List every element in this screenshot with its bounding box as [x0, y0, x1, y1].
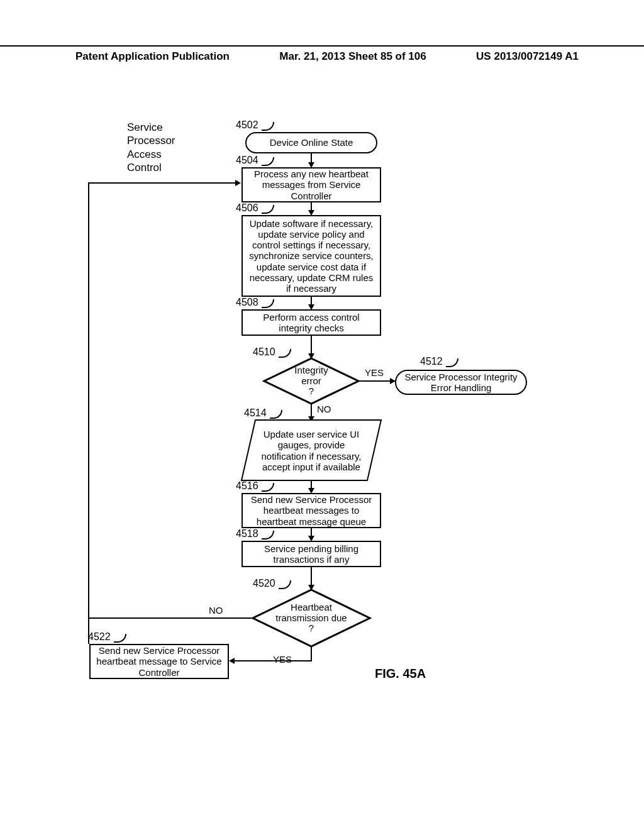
diamond-4510-text: Integrity error ?: [294, 365, 328, 397]
box-4518-text: Service pending billing transactions if …: [247, 543, 376, 565]
label-no-4510: NO: [317, 404, 331, 414]
diamond-4520-text: Heartbeat transmission due ?: [275, 602, 347, 634]
diagram-title: Service Processor Access Control: [127, 121, 175, 174]
terminator-4502-text: Device Online State: [270, 137, 353, 148]
num-4516: 4516: [236, 480, 258, 492]
page-header: Patent Application Publication Mar. 21, …: [0, 45, 644, 63]
terminator-4512: Service Processor Integrity Error Handli…: [395, 370, 527, 395]
hook-4508: [262, 299, 274, 308]
label-no-4520: NO: [209, 605, 223, 616]
parallelogram-4514: Update user service UI gauges, provide n…: [242, 420, 381, 483]
hook-4518: [262, 531, 274, 540]
num-4502: 4502: [236, 119, 258, 131]
num-4518: 4518: [236, 528, 258, 540]
hook-4510: [279, 349, 291, 358]
label-yes-4510: YES: [365, 367, 384, 378]
box-4516: Send new Service Processor heartbeat mes…: [242, 493, 381, 528]
hook-4502: [262, 122, 274, 131]
flowchart-diagram: Service Processor Access Control 4502 De…: [88, 107, 560, 742]
num-4504: 4504: [236, 155, 258, 166]
box-4508-text: Perform access control integrity checks: [247, 312, 376, 334]
header-right: US 2013/0072149 A1: [476, 50, 644, 63]
num-4514: 4514: [244, 407, 267, 419]
num-4510: 4510: [253, 346, 275, 358]
box-4504: Process any new heartbeat messages from …: [242, 167, 381, 202]
box-4508: Perform access control integrity checks: [242, 309, 381, 336]
num-4512: 4512: [420, 356, 443, 367]
hook-4514: [270, 410, 282, 419]
hook-4522: [114, 634, 126, 643]
hook-4504: [262, 157, 274, 166]
parallelogram-4514-text: Update user service UI gauges, provide n…: [258, 429, 365, 472]
num-4508: 4508: [236, 297, 258, 308]
header-left: Patent Application Publication: [0, 50, 230, 63]
figure-label: FIG. 45A: [375, 667, 426, 681]
box-4522-text: Send new Service Processor heartbeat mes…: [94, 645, 224, 678]
num-4522: 4522: [88, 631, 111, 643]
hook-4512: [446, 358, 458, 367]
num-4506: 4506: [236, 202, 258, 214]
label-yes-4520: YES: [273, 654, 292, 665]
box-4522: Send new Service Processor heartbeat mes…: [89, 644, 229, 679]
header-center: Mar. 21, 2013 Sheet 85 of 106: [279, 50, 426, 63]
box-4504-text: Process any new heartbeat messages from …: [247, 169, 376, 201]
hook-4516: [262, 483, 274, 492]
hook-4520: [279, 580, 291, 589]
terminator-4502: Device Online State: [245, 132, 377, 153]
box-4506-text: Update software if necessary, update ser…: [247, 218, 376, 294]
num-4520: 4520: [253, 578, 275, 589]
hook-4506: [262, 205, 274, 214]
box-4516-text: Send new Service Processor heartbeat mes…: [247, 494, 376, 527]
box-4518: Service pending billing transactions if …: [242, 541, 381, 567]
terminator-4512-text: Service Processor Integrity Error Handli…: [402, 372, 519, 394]
box-4506: Update software if necessary, update ser…: [242, 215, 381, 297]
